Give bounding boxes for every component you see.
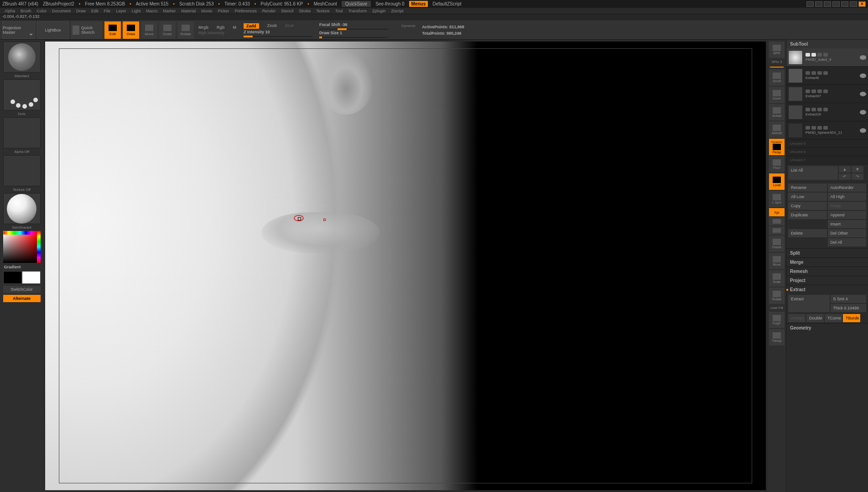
menu-item[interactable]: Brush — [21, 9, 31, 13]
quick-sketch-button[interactable]: Quick Sketch — [71, 21, 103, 39]
menu-item[interactable]: File — [104, 9, 111, 13]
menu-item[interactable]: Draw — [76, 9, 86, 13]
color-picker[interactable] — [3, 231, 41, 263]
eye-icon[interactable] — [860, 92, 866, 96]
scroll-button[interactable]: Scroll — [769, 69, 785, 86]
texture-selector[interactable] — [3, 155, 41, 186]
tborder-toggle[interactable]: TBorde — [843, 314, 860, 322]
menu-item[interactable]: Document — [52, 9, 71, 13]
subtool-header[interactable]: SubTool — [786, 40, 868, 48]
floor-button[interactable]: Floor — [769, 156, 785, 173]
menu-item[interactable]: Render — [262, 9, 276, 13]
default-zscript[interactable]: DefaultZScript — [432, 1, 461, 6]
double-toggle[interactable]: Double — [806, 314, 824, 322]
delete-button[interactable]: Delete — [788, 229, 827, 237]
focal-shift-slider[interactable]: Focal Shift -36 — [319, 22, 388, 27]
window-icon[interactable] — [824, 1, 831, 7]
bpr-button[interactable]: BPR — [769, 42, 785, 58]
eye-icon[interactable] — [860, 128, 866, 133]
menu-item[interactable]: Stencil — [281, 9, 293, 13]
move-up-button[interactable]: ▲ — [839, 166, 851, 173]
spix-slider[interactable]: SPix 3 — [771, 59, 782, 65]
paste-button[interactable]: Paste — [828, 202, 867, 210]
extract-button[interactable]: Extract — [788, 295, 830, 312]
menu-item[interactable]: Picker — [218, 9, 229, 13]
edit-button[interactable]: Edit — [104, 21, 121, 39]
move-view-button[interactable]: Move — [769, 253, 785, 269]
menu-item[interactable]: Stroke — [299, 9, 311, 13]
autoreorder-button[interactable]: AutoReorder — [828, 183, 867, 192]
material-selector[interactable] — [3, 193, 41, 224]
window-icon[interactable] — [806, 1, 814, 7]
quicksave-button[interactable]: QuickSave — [342, 1, 371, 7]
subtool-item[interactable]: Extract37 — [786, 85, 868, 103]
window-icon[interactable] — [832, 1, 840, 7]
menu-item[interactable]: Color — [37, 9, 47, 13]
eye-icon[interactable] — [860, 110, 866, 115]
rgb-toggle[interactable]: Rgb — [217, 25, 225, 30]
zadd-toggle[interactable]: Zadd — [244, 23, 259, 29]
transp-button[interactable]: Transp — [769, 329, 785, 345]
eye-icon[interactable] — [860, 73, 866, 78]
menu-item[interactable]: Layer — [116, 9, 126, 13]
subtool-item[interactable]: PM3D_Sphere3D1_11 — [786, 121, 868, 140]
menu-item[interactable]: Preferences — [234, 9, 257, 13]
insert-button[interactable]: Insert — [828, 220, 867, 228]
rgb-intensity-slider[interactable]: Rgb Intensity — [198, 31, 236, 35]
copy-button[interactable]: Copy — [788, 202, 827, 210]
scale-button[interactable]: Scale — [159, 21, 176, 39]
z-intensity-slider[interactable]: Z Intensity 10 — [244, 30, 312, 34]
thick-slider[interactable]: Thick 0.10499 — [831, 304, 867, 312]
linefill-toggle[interactable]: Line Fill — [770, 305, 783, 311]
append-button[interactable]: Append — [828, 211, 867, 219]
switch-color-button[interactable]: SwitchColor — [3, 286, 41, 293]
zoom-button[interactable]: Zoom — [769, 87, 785, 103]
maximize-icon[interactable] — [850, 1, 857, 7]
viewport[interactable] — [45, 42, 766, 490]
all-low-button[interactable]: All Low — [788, 193, 827, 201]
all-high-button[interactable]: All High — [828, 193, 867, 201]
remesh-section[interactable]: Remesh — [786, 267, 868, 276]
close-icon[interactable]: × — [858, 1, 866, 7]
project-section[interactable]: Project — [786, 276, 868, 285]
menu-item[interactable]: Movie — [201, 9, 212, 13]
merge-section[interactable]: Merge — [786, 257, 868, 267]
zcut-toggle[interactable]: Zcut — [285, 23, 294, 29]
tcorner-toggle[interactable]: TCorne — [825, 314, 842, 322]
color-swatches[interactable] — [3, 271, 41, 284]
polyf-button[interactable]: PolyF — [769, 312, 785, 328]
mrgb-toggle[interactable]: Mrgb — [198, 25, 208, 30]
lsym-button[interactable]: L.Sym — [769, 191, 785, 207]
menu-item[interactable]: Tool — [335, 9, 343, 13]
pivot-button[interactable] — [769, 217, 785, 225]
rotate-view-button[interactable]: Rotate — [769, 288, 785, 304]
xyz-button[interactable]: Xyz — [769, 208, 785, 216]
projection-master-button[interactable]: Projection Master — [2, 21, 35, 39]
move-button[interactable]: Move — [141, 21, 157, 39]
menu-item[interactable]: Light — [132, 9, 141, 13]
split-section[interactable]: Split — [786, 248, 868, 257]
brush-selector[interactable] — [3, 42, 41, 73]
del-all-button[interactable]: Del All — [828, 238, 867, 246]
draw-button[interactable]: Draw — [123, 21, 139, 39]
subtool-item[interactable]: Extract19 — [786, 103, 868, 121]
minimize-icon[interactable] — [841, 1, 848, 7]
move-next-button[interactable]: ↷ — [852, 173, 863, 180]
aahalf-button[interactable]: AAHalf — [769, 121, 785, 138]
alternate-button[interactable]: Alternate — [3, 295, 41, 302]
menu-item[interactable]: Transform — [348, 9, 367, 13]
menus-button[interactable]: Menus — [409, 1, 428, 7]
lightbox-button[interactable]: LightBox — [37, 21, 69, 39]
draw-size-slider[interactable]: Draw Size 1 — [319, 31, 388, 35]
pivot-unlock-button[interactable] — [769, 226, 785, 235]
duplicate-button[interactable]: Duplicate — [788, 211, 827, 219]
extract-section[interactable]: Extract — [786, 285, 868, 294]
stroke-selector[interactable] — [3, 79, 41, 110]
zsub-toggle[interactable]: Zsub — [267, 23, 277, 29]
window-icon[interactable] — [815, 1, 822, 7]
menu-item[interactable]: Texture — [316, 9, 330, 13]
menu-item[interactable]: Zscript — [391, 9, 404, 13]
dynamic-label[interactable]: Dynamic — [401, 24, 416, 28]
scale-view-button[interactable]: Scale — [769, 270, 785, 287]
s-smt-slider[interactable]: S Smt 4 — [831, 295, 867, 303]
